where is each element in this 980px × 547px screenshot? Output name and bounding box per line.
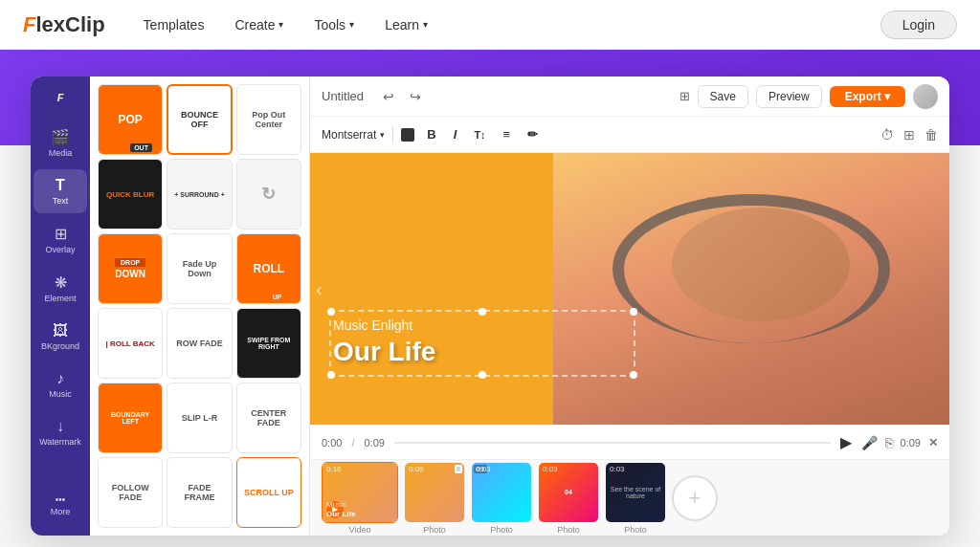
sidebar-item-text[interactable]: T Text bbox=[33, 169, 87, 213]
cell-label: FADE FRAME bbox=[171, 483, 227, 502]
clip-duration-5: 0:03 bbox=[610, 465, 625, 473]
effects-button[interactable]: ✏ bbox=[523, 124, 543, 144]
time-current: 0:00 bbox=[322, 437, 342, 449]
logo[interactable]: FlexClip bbox=[23, 12, 105, 37]
progress-bar[interactable] bbox=[394, 442, 831, 444]
cell-label: SLIP L-R bbox=[182, 413, 217, 423]
clip-duration-4: 0:03 bbox=[543, 465, 558, 473]
cell-label: | ROLL BACK bbox=[105, 339, 154, 348]
timeline-clip-wrapper-3: 09 0:03 Photo bbox=[471, 462, 532, 535]
nav-templates[interactable]: Templates bbox=[144, 17, 205, 33]
sidebar-item-bkground[interactable]: 🖼 BKground bbox=[33, 315, 87, 359]
animation-boundary-left[interactable]: BOUNDARY LEFT bbox=[98, 383, 163, 453]
top-navigation: FlexClip Templates Create▾ Tools▾ Learn▾… bbox=[0, 0, 980, 50]
nav-create[interactable]: Create▾ bbox=[234, 17, 283, 33]
animation-pop-out-center[interactable]: Pop Out Center bbox=[236, 84, 301, 155]
undo-button[interactable]: ↩ bbox=[379, 85, 398, 108]
animation-pop-out[interactable]: POP OUT bbox=[98, 84, 163, 155]
login-button[interactable]: Login bbox=[880, 11, 957, 39]
animation-fade-frame[interactable]: FADE FRAME bbox=[167, 457, 232, 528]
animation-roll-up[interactable]: ROLL UP bbox=[236, 233, 301, 304]
play-button[interactable]: ▶ bbox=[840, 433, 852, 451]
fullscreen-icon[interactable]: ⊞ bbox=[679, 89, 690, 103]
cell-label: SWIPE FROM RIGHT bbox=[241, 337, 297, 350]
clock-icon[interactable]: ⏱ bbox=[880, 127, 894, 142]
sidebar-label-media: Media bbox=[49, 148, 73, 158]
user-avatar[interactable] bbox=[913, 84, 938, 109]
canvas-nav-left[interactable]: ‹ bbox=[316, 278, 323, 300]
cell-label: SCROLL UP bbox=[244, 488, 294, 497]
animation-bounce-off[interactable]: BOUNCE OFF bbox=[167, 84, 232, 155]
sidebar-label-more: More bbox=[51, 507, 71, 516]
color-swatch[interactable] bbox=[401, 128, 414, 142]
sidebar-label-text: Text bbox=[53, 196, 69, 206]
cell-label: DOWN bbox=[115, 269, 145, 279]
sidebar-item-overlay[interactable]: ⊞ Overlay bbox=[33, 217, 87, 262]
text-style-button[interactable]: T↕ bbox=[469, 126, 490, 143]
text-line1: Music Enlight bbox=[333, 317, 435, 333]
timeline-clip-5[interactable]: See the scene of nature 0:03 bbox=[605, 462, 666, 523]
italic-button[interactable]: I bbox=[449, 124, 462, 144]
sidebar-label-music: Music bbox=[49, 389, 72, 399]
nav-items: Templates Create▾ Tools▾ Learn▾ bbox=[144, 17, 880, 33]
save-button[interactable]: Save bbox=[698, 85, 748, 108]
cell-label: CENTER FADE bbox=[241, 408, 297, 427]
redo-button[interactable]: ↪ bbox=[406, 85, 425, 108]
nav-learn[interactable]: Learn▾ bbox=[385, 17, 428, 33]
clip-type-4: Photo bbox=[557, 525, 580, 535]
clip-duration-3: 0:03 bbox=[476, 465, 491, 473]
time-total: 0:09 bbox=[364, 437, 384, 449]
music-icon: ♪ bbox=[56, 370, 64, 387]
sidebar-label-overlay: Overlay bbox=[45, 245, 75, 254]
sidebar-item-music[interactable]: ♪ Music bbox=[33, 362, 87, 406]
animation-grid: POP OUT BOUNCE OFF Pop Out Center QUICK … bbox=[90, 77, 309, 536]
nav-tools[interactable]: Tools▾ bbox=[314, 17, 354, 33]
timeline-clip-4[interactable]: 04 0:03 bbox=[538, 462, 599, 523]
animation-swipe-from-right[interactable]: SWIPE FROM RIGHT bbox=[236, 308, 301, 379]
export-button[interactable]: Export ▾ bbox=[830, 86, 905, 107]
mic-icon[interactable]: 🎤 bbox=[861, 435, 878, 450]
add-clip-button[interactable]: + bbox=[672, 475, 718, 521]
animation-blank[interactable]: ↻ bbox=[236, 159, 301, 230]
timeline-clip-2[interactable]: II 0:09 bbox=[404, 462, 465, 523]
sidebar-item-watermark[interactable]: ↓ Watermark bbox=[33, 410, 87, 454]
control-icons: 🎤 ⎘ 0:09 ✕ bbox=[861, 435, 938, 450]
editor-toolbar: Untitled ↩ ↪ ⊞ Save Preview Export ▾ bbox=[310, 77, 949, 117]
sidebar-label-bkground: BKground bbox=[41, 341, 79, 351]
animation-center-fade[interactable]: CENTER FADE bbox=[236, 383, 301, 453]
share-icon[interactable]: ⎘ bbox=[885, 435, 893, 450]
watermark-icon: ↓ bbox=[56, 418, 64, 435]
animation-fade-up-down[interactable]: Fade Up Down bbox=[167, 233, 232, 304]
sidebar-item-media[interactable]: 🎬 Media bbox=[33, 120, 87, 165]
bold-button[interactable]: B bbox=[422, 124, 440, 144]
animation-scroll-up[interactable]: SCROLL UP bbox=[236, 457, 301, 528]
align-button[interactable]: ≡ bbox=[499, 124, 516, 144]
animation-roll-back[interactable]: | ROLL BACK bbox=[98, 308, 163, 379]
sidebar-item-element[interactable]: ❋ Element bbox=[33, 266, 87, 311]
animation-follow-fade[interactable]: FOLLOW FADE bbox=[98, 457, 163, 528]
trash-icon[interactable]: 🗑 bbox=[924, 127, 938, 142]
tag-up: UP bbox=[269, 293, 286, 301]
clip-duration-1: 0:16 bbox=[326, 465, 342, 473]
sidebar-item-more[interactable]: ••• More bbox=[33, 487, 87, 524]
cell-label: FOLLOW FADE bbox=[102, 483, 158, 502]
close-icon[interactable]: ✕ bbox=[928, 436, 938, 449]
font-selector[interactable]: Montserrat ▾ bbox=[322, 128, 385, 142]
animation-slip-lr[interactable]: SLIP L-R bbox=[167, 383, 232, 453]
animation-drop-down[interactable]: DROP DOWN bbox=[98, 233, 163, 304]
animation-quick-blur[interactable]: QUICK BLUR bbox=[98, 159, 163, 230]
sidebar-label-element: Element bbox=[44, 294, 76, 303]
animation-surround[interactable]: + SURROUND + bbox=[167, 159, 232, 230]
timeline-clip-3[interactable]: 09 0:03 bbox=[471, 462, 532, 523]
cell-label: POP bbox=[118, 113, 142, 126]
cell-label: ROW FADE bbox=[176, 339, 223, 348]
font-dropdown-arrow: ▾ bbox=[380, 130, 385, 140]
preview-button[interactable]: Preview bbox=[756, 85, 822, 108]
animation-row-fade[interactable]: ROW FADE bbox=[167, 308, 232, 379]
text-line2: Our Life bbox=[333, 337, 435, 367]
timeline-clip-wrapper-4: 04 0:03 Photo bbox=[538, 462, 599, 535]
grid-icon[interactable]: ⊞ bbox=[903, 127, 915, 142]
more-icon: ••• bbox=[56, 494, 66, 505]
timeline-clip-1[interactable]: ▶ Music Our Life 0:16 bbox=[322, 462, 398, 523]
cell-label: BOUNDARY LEFT bbox=[102, 411, 158, 425]
